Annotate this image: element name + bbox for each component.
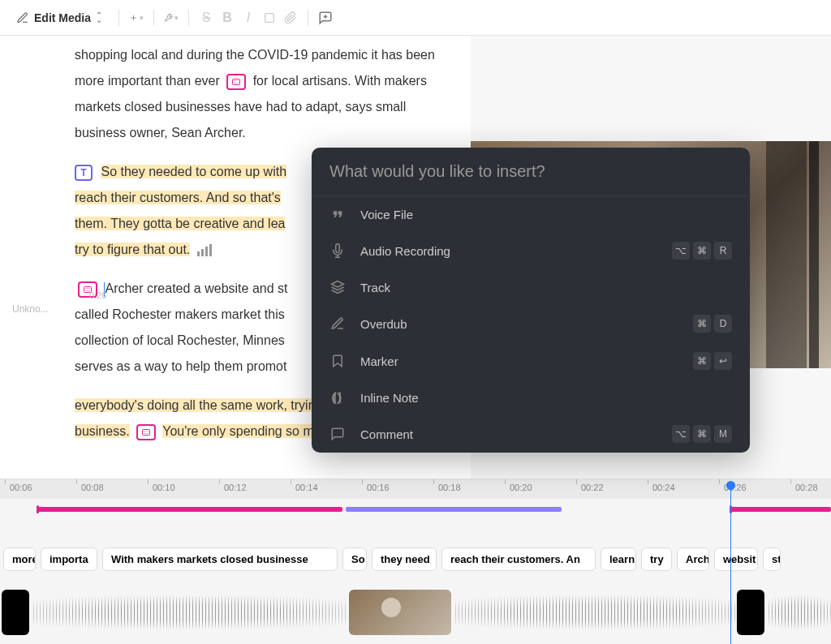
svg-text:( ): ( )	[332, 392, 341, 403]
gap-block[interactable]	[737, 590, 764, 635]
svg-point-18	[148, 431, 149, 431]
key: ⌥	[672, 242, 690, 260]
italic-icon[interactable]: I	[241, 11, 256, 25]
insert-item-label: Audio Recording	[360, 244, 657, 258]
separator	[308, 10, 308, 26]
insert-item-label: Marker	[360, 354, 678, 368]
timeline-tracks[interactable]: moreimportaWith makers markets closed bu…	[0, 499, 831, 644]
media-chip-icon[interactable]	[226, 74, 246, 90]
comment-add-icon[interactable]	[318, 11, 333, 25]
insert-item-label: Overdub	[360, 317, 678, 331]
svg-point-6	[236, 83, 237, 84]
svg-point-10	[88, 288, 88, 289]
insert-menu-item[interactable]: Audio Recording⌥⌘R	[312, 232, 750, 269]
ruler-tick: 00:22	[581, 483, 604, 492]
signal-icon	[197, 244, 212, 256]
separator	[118, 10, 119, 26]
svg-point-5	[235, 83, 235, 84]
svg-point-2	[235, 80, 235, 81]
audio-recording-icon	[329, 243, 346, 259]
word-clip[interactable]: So	[342, 547, 367, 571]
edit-media-button[interactable]: Edit Media ⌃⌄	[10, 8, 109, 28]
shortcut: ⌥⌘R	[672, 242, 732, 260]
word-clip[interactable]: try	[641, 547, 672, 571]
key: D	[714, 315, 732, 333]
edit-media-label: Edit Media	[34, 11, 91, 24]
waveform[interactable]	[766, 596, 831, 629]
gap-block[interactable]	[2, 590, 29, 635]
svg-point-7	[238, 83, 239, 84]
word-clip[interactable]: reach their customers. An	[441, 547, 596, 571]
paragraph: shopping local and during the COVID-19 p…	[75, 42, 458, 146]
toolbar: Edit Media ⌃⌄ ▾ ▾ S B I	[0, 0, 831, 36]
word-clip[interactable]: Arch	[677, 547, 709, 571]
key: ⌥	[672, 425, 690, 443]
key: ↩	[714, 352, 732, 370]
strikethrough-icon[interactable]: S	[199, 11, 213, 25]
key: M	[714, 425, 732, 443]
svg-point-3	[236, 80, 237, 81]
word-clip[interactable]: st	[763, 547, 781, 571]
svg-rect-1	[233, 79, 240, 84]
insert-menu-item[interactable]: ( )Inline Note	[312, 380, 750, 415]
insert-item-label: Voice File	[360, 208, 732, 221]
speaker-label: Unkno...	[12, 303, 53, 315]
word-clip[interactable]: learn	[601, 547, 636, 571]
timeline-ruler[interactable]: 00:0600:0800:1000:1200:1400:1600:1800:20…	[0, 479, 831, 499]
insert-menu-item[interactable]: Overdub⌘D	[312, 305, 750, 342]
word-clip[interactable]: more	[3, 547, 36, 571]
text-chip-icon[interactable]: T	[75, 165, 93, 181]
svg-point-11	[89, 288, 90, 289]
insert-menu-item[interactable]: Track	[312, 269, 750, 305]
clip-bar-pink[interactable]	[730, 507, 831, 512]
ruler-tick: 00:08	[81, 483, 104, 492]
playhead[interactable]	[730, 481, 731, 644]
ruler-tick: 00:16	[367, 483, 390, 492]
video-thumbnail[interactable]	[349, 590, 451, 635]
ruler-tick: 00:18	[438, 483, 461, 492]
clip-bar-purple[interactable]	[346, 507, 562, 512]
key: R	[714, 242, 732, 260]
highlight-icon[interactable]	[262, 11, 277, 25]
insert-menu-item[interactable]: Comment⌥⌘M	[312, 415, 750, 453]
word-clip[interactable]: With makers markets closed businesse	[102, 547, 338, 571]
separator	[153, 10, 154, 26]
ruler-tick: 00:06	[10, 483, 32, 492]
svg-point-9	[86, 288, 87, 289]
shortcut: ⌘↩	[693, 352, 732, 370]
waveform[interactable]	[453, 596, 735, 629]
inline-note-icon: ( )	[329, 389, 346, 406]
svg-point-12	[86, 290, 87, 291]
word-clip[interactable]: importa	[41, 547, 97, 571]
add-icon[interactable]: ▾	[129, 11, 144, 25]
wrench-icon[interactable]: ▾	[164, 11, 179, 25]
insert-menu-item[interactable]: Voice File	[312, 196, 750, 232]
clip-bar-pink[interactable]	[37, 507, 342, 512]
svg-point-20	[146, 433, 147, 434]
ruler-tick: 00:12	[224, 483, 247, 492]
chevron-updown-icon: ⌃⌄	[96, 13, 102, 23]
bold-icon[interactable]: B	[220, 11, 235, 25]
key: ⌘	[693, 425, 711, 443]
media-chip-icon[interactable]	[136, 424, 156, 440]
timeline: 00:0600:0800:1000:1200:1400:1600:1800:20…	[0, 479, 831, 644]
insert-menu-item[interactable]: Marker⌘↩	[312, 342, 750, 380]
overdub-icon	[329, 316, 346, 332]
track-icon	[329, 279, 346, 295]
svg-point-21	[148, 433, 149, 434]
key: ⌘	[693, 352, 711, 370]
svg-point-16	[144, 431, 145, 431]
shortcut: ⌘D	[693, 315, 732, 333]
waveform[interactable]	[31, 596, 347, 629]
word-clip-row: moreimportaWith makers markets closed bu…	[0, 547, 831, 571]
word-clip[interactable]: they need	[372, 547, 437, 571]
key: ⌘	[693, 315, 711, 333]
separator	[188, 10, 189, 26]
svg-rect-0	[265, 13, 274, 22]
shortcut: ⌥⌘M	[672, 425, 732, 443]
word-clip[interactable]: websit	[714, 547, 758, 571]
voice-file-icon	[329, 206, 346, 222]
svg-point-4	[238, 80, 239, 81]
attachment-icon[interactable]	[283, 11, 298, 25]
insert-item-label: Inline Note	[360, 391, 732, 405]
